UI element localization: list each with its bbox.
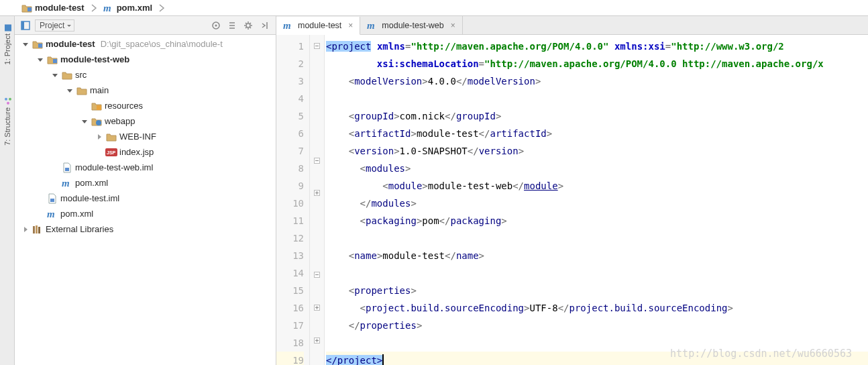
code-line[interactable]: <name>module-test</name>: [326, 247, 868, 264]
tree-node[interactable]: module-test-web: [15, 52, 276, 67]
code-token: >: [519, 146, 524, 156]
tree-expand-icon[interactable]: [226, 19, 238, 32]
code-line[interactable]: <properties>: [326, 282, 868, 299]
chevron-right-icon[interactable]: [95, 133, 103, 141]
code-body[interactable]: <project xmlns="http://maven.apache.org/…: [325, 35, 868, 365]
project-tree[interactable]: module-testD:\git_space\os_china\module-…: [15, 35, 276, 365]
code-line[interactable]: <module>module-test-web</module>: [326, 177, 868, 195]
line-number[interactable]: 7: [276, 142, 304, 160]
chevron-down-icon[interactable]: [66, 87, 74, 95]
code-line[interactable]: <modules>: [326, 160, 868, 177]
line-number[interactable]: 3: [276, 72, 304, 90]
chevron-down-icon[interactable]: [51, 71, 59, 79]
line-number[interactable]: 18: [276, 334, 304, 352]
code-token: name: [354, 250, 377, 261]
code-editor[interactable]: 1234567891011121314151617181920 <project…: [276, 35, 868, 365]
close-icon[interactable]: ×: [348, 21, 353, 30]
code-token: [326, 76, 349, 87]
fold-open-icon[interactable]: [310, 267, 324, 283]
gear-icon[interactable]: [242, 19, 254, 32]
line-number[interactable]: 5: [276, 107, 304, 125]
breadcrumb-item[interactable]: module-test: [17, 0, 89, 15]
code-token: modules: [371, 198, 411, 209]
toolwindow-label: 1: Project: [3, 34, 11, 64]
code-token: </: [349, 320, 360, 331]
fold-gutter-spacer: [310, 283, 324, 299]
line-number[interactable]: 15: [276, 282, 304, 299]
editor-tab[interactable]: m module-test-web ×: [360, 16, 462, 34]
close-icon[interactable]: ×: [451, 21, 455, 30]
code-token: 1.0-SNAPSHOT: [400, 146, 468, 156]
line-number[interactable]: 4: [276, 90, 304, 107]
code-line[interactable]: <artifactId>module-test</artifactId>: [326, 125, 868, 142]
tree-node[interactable]: WEB-INF: [15, 129, 276, 144]
code-line[interactable]: <modelVersion>4.0.0</modelVersion>: [326, 72, 868, 90]
editor-tab-bar: m module-test × m module-test-web ×: [276, 16, 868, 35]
code-line[interactable]: </project>: [326, 352, 868, 365]
tree-node[interactable]: module-test.iml: [15, 191, 276, 206]
code-line[interactable]: <project xmlns="http://maven.apache.org/…: [326, 38, 868, 55]
line-number[interactable]: 11: [276, 212, 304, 229]
line-number[interactable]: 2: [276, 55, 304, 72]
tree-node[interactable]: JSPindex.jsp: [15, 144, 276, 160]
code-line[interactable]: [326, 90, 868, 107]
code-line[interactable]: <packaging>pom</packaging>: [326, 212, 868, 229]
tree-node[interactable]: src: [15, 67, 276, 83]
code-line[interactable]: </modules>: [326, 195, 868, 212]
code-line[interactable]: [326, 229, 868, 247]
code-line[interactable]: <version>1.0-SNAPSHOT</version>: [326, 142, 868, 160]
line-number[interactable]: 17: [276, 317, 304, 334]
toolwindow-tab-project[interactable]: 1: Project: [3, 24, 11, 64]
code-link[interactable]: module: [524, 180, 558, 191]
fold-close-icon[interactable]: [310, 332, 324, 348]
code-line[interactable]: [326, 334, 868, 352]
chevron-right-icon[interactable]: [21, 225, 30, 233]
code-line[interactable]: [326, 264, 868, 282]
line-number[interactable]: 19: [276, 352, 304, 365]
line-number[interactable]: 16: [276, 299, 304, 317]
line-number[interactable]: 13: [276, 247, 304, 264]
line-number-gutter[interactable]: 1234567891011121314151617181920: [276, 35, 310, 365]
fold-close-icon[interactable]: [310, 185, 324, 201]
tree-node[interactable]: module-test-web.iml: [15, 160, 276, 175]
code-line[interactable]: <project.build.sourceEncoding>UTF-8</pro…: [326, 299, 868, 317]
line-number[interactable]: 6: [276, 125, 304, 142]
fold-gutter[interactable]: [310, 35, 325, 365]
tree-node[interactable]: External Libraries: [15, 221, 276, 237]
tree-node[interactable]: mpom.xml: [15, 206, 276, 221]
code-token: module-test: [382, 250, 445, 261]
line-number[interactable]: 8: [276, 160, 304, 177]
tree-node[interactable]: module-testD:\git_space\os_china\module-…: [15, 36, 276, 52]
code-token: [326, 58, 377, 69]
breadcrumb-item[interactable]: m pom.xml: [99, 0, 156, 15]
code-line[interactable]: xsi:schemaLocation="http://maven.apache.…: [326, 55, 868, 72]
fold-open-icon[interactable]: [310, 38, 324, 54]
code-line[interactable]: <groupId>com.nick</groupId>: [326, 107, 868, 125]
breadcrumb-bar: module-test m pom.xml: [0, 0, 868, 16]
tree-node[interactable]: webapp: [15, 113, 276, 129]
project-view-combo[interactable]: Project: [35, 19, 74, 32]
tree-node[interactable]: mpom.xml: [15, 175, 276, 191]
tree-node[interactable]: resources: [15, 98, 276, 113]
chevron-down-icon[interactable]: [36, 56, 44, 64]
line-number[interactable]: 14: [276, 264, 304, 282]
code-line[interactable]: </properties>: [326, 317, 868, 334]
line-number[interactable]: 1: [276, 38, 304, 55]
collapse-icon[interactable]: [258, 19, 270, 32]
toolwindow-tab-structure[interactable]: 7: Structure: [3, 98, 11, 146]
line-number[interactable]: 12: [276, 229, 304, 247]
line-number[interactable]: 9: [276, 177, 304, 195]
text-caret: [382, 354, 384, 366]
chevron-down-icon[interactable]: [21, 40, 30, 48]
fold-open-icon[interactable]: [310, 152, 324, 168]
chevron-down-icon[interactable]: [80, 117, 89, 125]
fold-gutter-spacer: [310, 316, 324, 332]
target-icon[interactable]: [210, 19, 222, 32]
tree-node[interactable]: main: [15, 83, 276, 98]
code-token: "http://maven.apache.org/POM/4.0.0 http:…: [484, 58, 824, 69]
fold-close-icon[interactable]: [310, 300, 324, 316]
code-token: modelVersion: [354, 76, 422, 87]
folder-plain-icon: [106, 132, 117, 142]
editor-tab[interactable]: m module-test ×: [276, 17, 360, 35]
line-number[interactable]: 10: [276, 195, 304, 212]
